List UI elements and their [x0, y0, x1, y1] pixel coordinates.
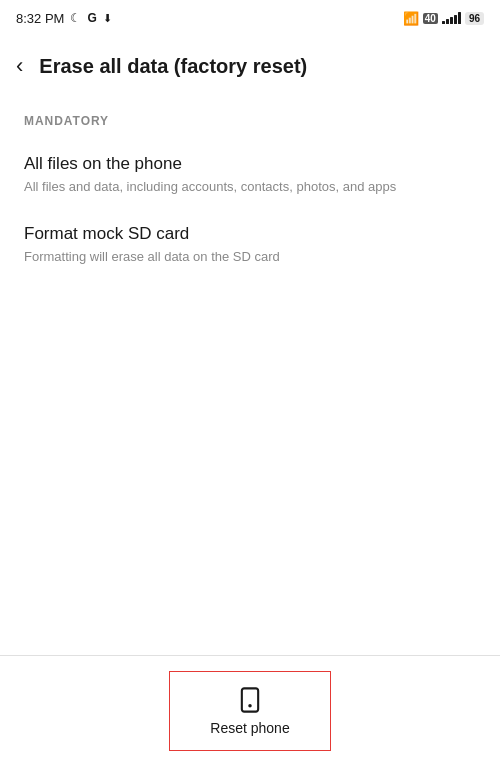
toolbar: ‹ Erase all data (factory reset) [0, 36, 500, 96]
list-item-files-subtitle: All files and data, including accounts, … [24, 178, 476, 196]
list-item-sdcard-title: Format mock SD card [24, 224, 476, 244]
moon-icon: ☾ [70, 11, 81, 25]
download-icon: ⬇ [103, 12, 112, 25]
svg-point-1 [248, 704, 252, 708]
battery-icon: 96 [465, 12, 484, 25]
status-time: 8:32 PM [16, 11, 64, 26]
list-item-files: All files on the phone All files and dat… [0, 140, 500, 210]
status-right: 📶 40 96 [403, 11, 484, 26]
wifi-icon: 📶 [403, 11, 419, 26]
list-item-files-title: All files on the phone [24, 154, 476, 174]
list-item-sdcard-subtitle: Formatting will erase all data on the SD… [24, 248, 476, 266]
back-button[interactable]: ‹ [16, 53, 23, 79]
status-left: 8:32 PM ☾ G ⬇ [16, 11, 112, 26]
signal-icon [442, 12, 461, 24]
section-label: MANDATORY [0, 96, 500, 140]
battery-level: 96 [469, 13, 480, 24]
status-bar: 8:32 PM ☾ G ⬇ 📶 40 96 [0, 0, 500, 36]
reset-phone-button[interactable]: Reset phone [169, 671, 330, 751]
list-item-sdcard: Format mock SD card Formatting will eras… [0, 210, 500, 280]
reset-phone-label: Reset phone [210, 720, 289, 736]
bottom-area: Reset phone [0, 655, 500, 765]
google-icon: G [87, 11, 96, 25]
lte-badge: 40 [423, 13, 438, 24]
page-title: Erase all data (factory reset) [39, 55, 484, 78]
svg-rect-0 [242, 688, 258, 711]
reset-phone-icon [236, 686, 264, 714]
